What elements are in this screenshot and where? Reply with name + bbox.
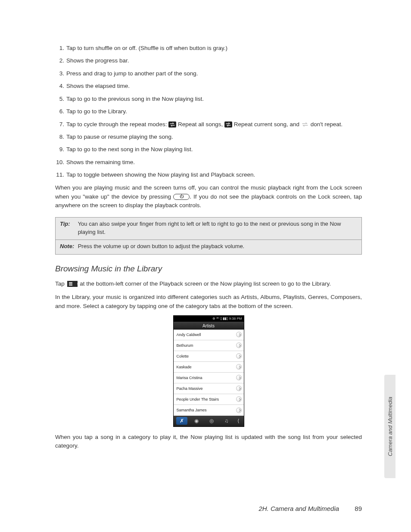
footer-section-title: 2H. Camera and Multimedia <box>258 505 339 512</box>
chevron-right-icon <box>236 386 242 391</box>
artist-name: Bethurum <box>177 343 193 348</box>
phone-status-bar: ⊕ ³ᴳ ▯ ▮▮▯ 9:38 PM <box>174 316 244 322</box>
library-categories-paragraph: In the Library, your music is organized … <box>55 293 362 311</box>
section-side-tab: Camera and Multimedia <box>384 375 395 478</box>
body-text: at the bottom-left corner of the Playbac… <box>80 280 331 287</box>
repeat-one-icon: 1 <box>224 121 232 128</box>
legend-item: Tap to go to the Library. <box>55 107 362 116</box>
list-item[interactable]: Andy Caldwell <box>174 330 244 340</box>
toolbar-artists-icon[interactable]: ✗ <box>176 417 187 425</box>
legend-item: Shows the elapsed time. <box>55 82 362 91</box>
list-item[interactable]: Pacha Massive <box>174 383 244 394</box>
legend-item: Tap to toggle between showing the Now pl… <box>55 171 362 180</box>
phone-screen-title: Artists <box>174 322 244 330</box>
chevron-right-icon <box>236 396 242 402</box>
artist-name: Kaskade <box>177 365 192 369</box>
note-cell: Note: Press the volume up or down button… <box>56 240 362 254</box>
chevron-right-icon <box>236 332 242 337</box>
repeat-all-icon <box>168 121 176 128</box>
lock-screen-paragraph: When you are playing music and the scree… <box>55 184 362 211</box>
tip-cell: Tip: You can also swipe your finger from… <box>56 218 362 240</box>
legend-item: Tap to go to the previous song in the No… <box>55 95 362 104</box>
list-item[interactable]: Samantha James <box>174 405 244 416</box>
legend-item: Tap to cycle through the repeat modes: R… <box>55 120 362 129</box>
tip-text: You can also swipe your finger from righ… <box>78 220 356 236</box>
toolbar-playlists-icon[interactable]: ◎ <box>206 417 217 425</box>
toolbar-more-icon[interactable]: ⟨ <box>236 417 241 425</box>
artist-name: Colette <box>177 354 189 358</box>
chevron-right-icon <box>236 353 242 359</box>
body-text: Tap <box>55 280 66 287</box>
legend-text: Repeat current song, and <box>234 121 301 128</box>
page-number: 89 <box>355 505 362 512</box>
legend-text: don't repeat. <box>311 121 343 128</box>
legend-item: Tap to turn shuffle on or off. (Shuffle … <box>55 44 362 53</box>
section-heading: Browsing Music in the Library <box>55 264 362 274</box>
list-item[interactable]: Marisa Cristina <box>174 373 244 383</box>
legend-item: Press and drag to jump to another part o… <box>55 69 362 78</box>
artist-list: Andy Caldwell Bethurum Colette Kaskade M… <box>174 330 244 416</box>
power-button-icon <box>173 194 190 200</box>
svg-rect-0 <box>168 121 176 128</box>
phone-toolbar: ✗ ◉ ◎ ♫ ⟨ <box>174 416 244 426</box>
chevron-right-icon <box>236 364 242 370</box>
artist-name: Samantha James <box>177 408 207 412</box>
page-footer: 2H. Camera and Multimedia 89 <box>0 505 411 512</box>
artist-name: Marisa Cristina <box>177 376 202 380</box>
legend-item: Tap to pause or resume playing the song. <box>55 133 362 142</box>
chevron-right-icon <box>236 375 242 380</box>
toolbar-songs-icon[interactable]: ♫ <box>221 417 232 425</box>
repeat-off-icon <box>301 121 309 128</box>
phone-screenshot: ⊕ ³ᴳ ▯ ▮▮▯ 9:38 PM Artists Andy Caldwell… <box>173 315 244 427</box>
toolbar-albums-icon[interactable]: ◉ <box>191 417 202 425</box>
category-play-paragraph: When you tap a song in a category to pla… <box>55 433 362 451</box>
artist-name: Andy Caldwell <box>177 333 201 337</box>
note-label: Note: <box>60 243 76 250</box>
list-item[interactable]: Kaskade <box>174 362 244 373</box>
legend-text: Repeat all songs, <box>178 121 224 128</box>
legend-text: Tap to cycle through the repeat modes: <box>66 121 168 128</box>
legend-item: Shows the remaining time. <box>55 158 362 167</box>
list-item[interactable]: Colette <box>174 351 244 362</box>
side-tab-label: Camera and Multimedia <box>387 397 393 456</box>
artist-name: Pacha Massive <box>177 386 203 391</box>
tip-label: Tip: <box>60 220 76 228</box>
library-nav-paragraph: Tap at the bottom-left corner of the Pla… <box>55 280 362 289</box>
tip-note-table: Tip: You can also swipe your finger from… <box>55 217 362 254</box>
playback-controls-legend: Tap to turn shuffle on or off. (Shuffle … <box>55 44 362 180</box>
artist-name: People Under The Stairs <box>177 397 219 401</box>
chevron-right-icon <box>236 342 242 348</box>
chevron-right-icon <box>236 408 242 413</box>
library-icon <box>67 281 78 287</box>
list-item[interactable]: Bethurum <box>174 340 244 351</box>
list-item[interactable]: People Under The Stairs <box>174 394 244 405</box>
legend-item: Tap to go to the next song in the Now pl… <box>55 145 362 154</box>
note-text: Press the volume up or down button to ad… <box>78 243 356 250</box>
legend-item: Shows the progress bar. <box>55 56 362 65</box>
